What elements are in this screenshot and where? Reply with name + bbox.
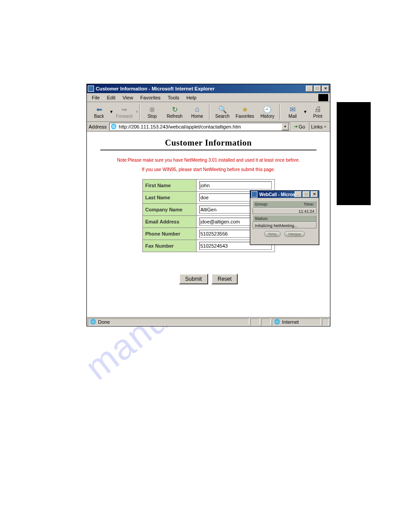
status-pane-zone: 🌐 Internet — [272, 318, 321, 326]
window-titlebar: Customer Information - Microsoft Interne… — [87, 84, 330, 93]
print-button[interactable]: 🖨 Print — [307, 103, 329, 121]
stop-button[interactable]: ⊗ Stop — [141, 103, 163, 121]
forward-label: Forward — [116, 114, 133, 119]
menu-edit[interactable]: Edit — [104, 94, 119, 101]
zone-icon: 🌐 — [274, 319, 280, 325]
menu-help[interactable]: Help — [183, 94, 200, 101]
print-label: Print — [313, 114, 323, 119]
note-line-1: Note:Please make sure you have NetMeetin… — [96, 157, 321, 163]
favorites-icon: ★ — [240, 105, 249, 114]
links-button[interactable]: Links — [309, 123, 329, 131]
popup-minimize-button[interactable]: _ — [295, 191, 302, 197]
popup-group-label: Group: — [255, 202, 268, 206]
mail-label: Mail — [288, 114, 296, 119]
status-pane-grip — [322, 318, 329, 326]
search-label: Search — [215, 114, 230, 119]
toolbar: ⬅ Back ▾ ➡ Forward ▾ ⊗ Stop ↻ Refresh ⌂ … — [87, 102, 330, 122]
toolbar-separator — [279, 104, 280, 120]
popup-titlebar: WebCall - Microsoft I... _ □ ✕ — [250, 191, 319, 198]
ie-logo-icon — [318, 94, 328, 101]
back-icon: ⬅ — [94, 105, 103, 114]
refresh-icon: ↻ — [170, 105, 179, 114]
menu-tools[interactable]: Tools — [165, 94, 183, 101]
close-button[interactable]: ✕ — [322, 86, 329, 92]
app-icon — [88, 86, 94, 92]
label-company: Company Name — [142, 204, 196, 216]
toolbar-separator — [139, 104, 140, 120]
go-label: Go — [299, 124, 305, 129]
menu-favorites[interactable]: Favorites — [137, 94, 163, 101]
back-button[interactable]: ⬅ Back — [88, 103, 110, 121]
history-label: History — [261, 114, 274, 119]
submit-button[interactable]: Submit — [179, 274, 208, 284]
popup-hangup-button[interactable]: Hangup — [284, 231, 305, 237]
mail-icon: ✉ — [288, 105, 297, 114]
links-label: Links — [311, 124, 323, 129]
popup-title: WebCall - Microsoft I... — [259, 192, 295, 197]
webcall-popup: WebCall - Microsoft I... _ □ ✕ Group: Ti… — [250, 190, 319, 245]
status-text: Done — [98, 319, 110, 325]
first-name-input[interactable] — [199, 181, 272, 189]
popup-app-icon — [251, 191, 257, 197]
stop-icon: ⊗ — [148, 105, 157, 114]
home-label: Home — [191, 114, 203, 119]
search-button[interactable]: 🔍 Search — [211, 103, 233, 121]
statusbar: 🌐 Done 🌐 Internet — [87, 317, 330, 326]
search-icon: 🔍 — [218, 105, 227, 114]
toolbar-separator — [209, 104, 210, 120]
refresh-button[interactable]: ↻ Refresh — [163, 103, 186, 121]
print-icon: 🖨 — [313, 105, 322, 114]
zone-text: Internet — [282, 319, 299, 325]
label-first-name: First Name — [142, 180, 196, 192]
go-button[interactable]: ➔ Go — [292, 123, 307, 131]
page-icon: 🌐 — [111, 124, 117, 130]
history-button[interactable]: 🕘 History — [256, 103, 278, 121]
favorites-button[interactable]: ★ Favorites — [234, 103, 256, 121]
status-pane-2 — [250, 318, 260, 326]
forward-dropdown[interactable]: ▾ — [136, 109, 138, 115]
back-label: Back — [94, 114, 104, 119]
window-title: Customer Information - Microsoft Interne… — [96, 86, 306, 91]
page-title: Customer Information — [91, 138, 325, 148]
menu-view[interactable]: View — [120, 94, 137, 101]
label-phone: Phone Number — [142, 228, 196, 240]
maximize-button[interactable]: □ — [314, 86, 321, 92]
popup-retry-button[interactable]: Retry — [264, 231, 281, 237]
label-last-name: Last Name — [142, 192, 196, 204]
forward-button[interactable]: ➡ Forward — [113, 103, 135, 121]
minimize-button[interactable]: _ — [306, 86, 313, 92]
label-fax: Fax Number — [142, 240, 196, 252]
menu-file[interactable]: File — [89, 94, 103, 101]
refresh-label: Refresh — [167, 114, 183, 119]
address-input[interactable] — [118, 124, 282, 130]
divider — [100, 150, 317, 150]
menubar: File Edit View Favorites Tools Help — [87, 93, 330, 102]
history-icon: 🕘 — [263, 105, 272, 114]
label-email: Email Address — [142, 216, 196, 228]
address-dropdown[interactable]: ▾ — [282, 123, 289, 130]
status-pane-main: 🌐 Done — [88, 318, 249, 326]
home-icon: ⌂ — [193, 105, 201, 114]
address-box: 🌐 ▾ — [109, 123, 290, 131]
table-row: First Name — [142, 180, 274, 192]
popup-status-header: Status: — [253, 215, 317, 222]
popup-maximize-button[interactable]: □ — [303, 191, 310, 197]
addressbar: Address 🌐 ▾ ➔ Go Links — [87, 122, 330, 132]
reset-button[interactable]: Reset — [211, 274, 238, 284]
note-line-2: If you use WIN95, please start NetMeetin… — [96, 166, 321, 173]
popup-status-value: Initializing NetMeeting... — [253, 222, 317, 228]
go-icon: ➔ — [294, 124, 298, 129]
popup-close-button[interactable]: ✕ — [311, 191, 318, 197]
done-icon: 🌐 — [90, 319, 96, 325]
mail-button[interactable]: ✉ Mail — [281, 103, 304, 121]
home-button[interactable]: ⌂ Home — [186, 103, 208, 121]
stop-label: Stop — [147, 114, 157, 119]
popup-status-label: Status: — [255, 216, 269, 221]
favorites-label: Favorites — [235, 114, 254, 119]
status-pane-3 — [261, 318, 271, 326]
popup-time-value: 11:41:24 — [253, 208, 317, 214]
forward-icon: ➡ — [120, 105, 128, 114]
popup-time-label: Time: — [304, 202, 314, 206]
address-label: Address — [88, 124, 107, 129]
cropped-region — [337, 102, 371, 205]
